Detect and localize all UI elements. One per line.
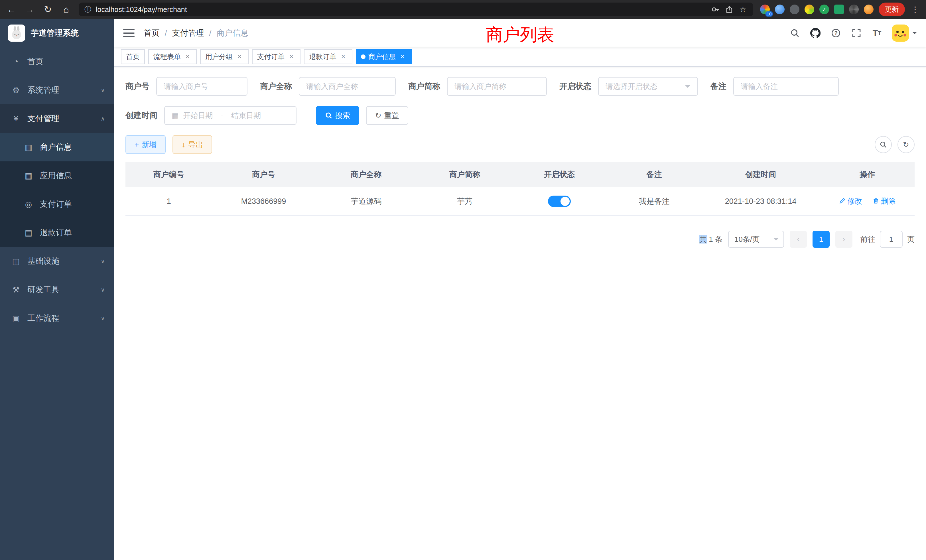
extensions-cluster: 10 ✓ 更新 ⋮ (760, 3, 920, 16)
tab-refund-order[interactable]: 退款订单 × (304, 49, 353, 64)
merchant-no-input[interactable] (156, 77, 247, 96)
close-icon[interactable]: × (339, 53, 347, 61)
forward-icon[interactable]: → (24, 5, 35, 14)
cell-remark: 我是备注 (607, 187, 701, 216)
breadcrumb-home[interactable]: 首页 (144, 28, 160, 38)
search-button[interactable]: 搜索 (316, 106, 359, 125)
tab-merchant-info[interactable]: 商户信息 × (356, 49, 412, 64)
table-header-row: 商户编号 商户号 商户全称 商户简称 开启状态 备注 创建时间 操作 (126, 162, 915, 187)
target-icon: ◎ (23, 200, 34, 209)
chevron-up-icon: ∧ (101, 115, 105, 122)
sidebar-item-pay-order[interactable]: ◎ 支付订单 (0, 190, 114, 218)
tab-pay-order[interactable]: 支付订单 × (252, 49, 301, 64)
close-icon[interactable]: × (184, 53, 192, 61)
filter-create-time: 创建时间 ▦ 开始日期 - 结束日期 (126, 106, 297, 125)
reset-button[interactable]: ↻ 重置 (366, 106, 408, 125)
sidebar-item-home[interactable]: ◔ 首页 (0, 47, 114, 76)
browser-menu-icon[interactable]: ⋮ (910, 5, 920, 14)
total-rest: 1 条 (707, 235, 722, 244)
refresh-table-button[interactable]: ↻ (897, 136, 915, 153)
home-icon[interactable]: ⌂ (61, 5, 72, 14)
date-range-picker[interactable]: ▦ 开始日期 - 结束日期 (164, 106, 297, 125)
extension-icon-drop[interactable] (775, 5, 785, 14)
sidebar-item-workflow[interactable]: ▣ 工作流程 ∨ (0, 304, 114, 333)
reload-icon[interactable]: ↻ (42, 5, 54, 14)
add-button[interactable]: + 新增 (126, 135, 166, 154)
browser-update-button[interactable]: 更新 (879, 3, 905, 16)
search-icon[interactable] (789, 27, 800, 39)
close-icon[interactable]: × (399, 53, 407, 61)
extension-icon-pinwheel[interactable] (849, 5, 859, 14)
extension-icon-color[interactable] (805, 5, 814, 14)
help-icon[interactable] (830, 27, 841, 39)
tab-user-group[interactable]: 用户分组 × (200, 49, 249, 64)
tab-flow-form[interactable]: 流程表单 × (148, 49, 197, 64)
bookmark-star-icon[interactable]: ☆ (738, 5, 747, 14)
page-size-select[interactable]: 10条/页 (728, 231, 784, 248)
profile-avatar-icon[interactable] (864, 5, 873, 14)
fullscreen-icon[interactable] (851, 27, 862, 39)
tab-home[interactable]: 首页 (121, 49, 145, 64)
short-name-field[interactable] (454, 82, 539, 91)
merchant-table: 商户编号 商户号 商户全称 商户简称 开启状态 备注 创建时间 操作 1 (126, 162, 915, 216)
password-key-icon[interactable] (711, 5, 720, 14)
sidebar-item-devtools[interactable]: ⚒ 研发工具 ∨ (0, 275, 114, 304)
close-icon[interactable]: × (287, 53, 295, 61)
sidebar-item-merchant-info[interactable]: ▥ 商户信息 (0, 133, 114, 161)
app-title: 芋道管理系统 (31, 28, 79, 38)
sidebar-item-app-info[interactable]: ▦ 应用信息 (0, 161, 114, 190)
page-number-1[interactable]: 1 (813, 231, 830, 248)
next-page-button[interactable]: › (835, 231, 852, 248)
sidebar-item-pay[interactable]: ¥ 支付管理 ∧ (0, 104, 114, 133)
button-label: 导出 (188, 140, 203, 150)
delete-link[interactable]: 删除 (872, 196, 896, 206)
filter-merchant-no: 商户号 (126, 77, 247, 96)
edit-link[interactable]: 修改 (839, 196, 862, 206)
tag-label: 用户分组 (205, 52, 233, 61)
site-info-icon[interactable]: ⓘ (85, 5, 91, 14)
address-bar[interactable]: ⓘ localhost:1024/pay/merchant ☆ (79, 3, 753, 16)
hamburger-icon[interactable] (123, 29, 135, 37)
close-icon[interactable]: × (236, 53, 244, 61)
select-placeholder: 请选择开启状态 (605, 82, 657, 92)
user-avatar[interactable] (892, 24, 917, 42)
font-size-icon[interactable] (871, 27, 883, 39)
card-icon: ▥ (23, 142, 34, 152)
sidebar-logo[interactable]: 芋道管理系统 (0, 19, 114, 47)
extension-icon-note[interactable] (834, 5, 844, 14)
full-name-field[interactable] (306, 82, 388, 91)
back-icon[interactable]: ← (6, 5, 17, 14)
extension-icon-dice[interactable]: 10 (760, 5, 770, 14)
toggle-search-button[interactable] (875, 136, 892, 153)
extension-icon-dark[interactable] (790, 5, 799, 14)
export-button[interactable]: ↓ 导出 (172, 135, 212, 154)
edit-label: 修改 (847, 196, 862, 206)
cell-merchant-no: M233666999 (212, 187, 315, 216)
sidebar-item-label: 系统管理 (27, 85, 95, 95)
sidebar-item-system[interactable]: ⚙ 系统管理 ∨ (0, 76, 114, 104)
field-label: 创建时间 (126, 110, 157, 121)
full-name-input[interactable] (299, 77, 396, 96)
sidebar-item-refund-order[interactable]: ▤ 退款订单 (0, 218, 114, 247)
tag-label: 支付订单 (257, 52, 284, 61)
short-name-input[interactable] (447, 77, 547, 96)
col-remark: 备注 (607, 162, 701, 187)
sidebar-item-label: 支付订单 (40, 199, 105, 210)
status-select[interactable]: 请选择开启状态 (598, 77, 698, 96)
status-toggle[interactable] (548, 195, 571, 207)
tag-label: 商户信息 (368, 52, 396, 61)
goto-page-input[interactable] (880, 231, 903, 248)
remark-input[interactable] (733, 77, 839, 96)
active-dot (361, 54, 366, 59)
breadcrumb-pay[interactable]: 支付管理 (172, 28, 204, 38)
remark-field[interactable] (741, 82, 831, 91)
share-icon[interactable] (725, 5, 734, 14)
workflow-icon: ▣ (10, 314, 22, 323)
sidebar-item-label: 工作流程 (27, 313, 95, 324)
sidebar-item-infra[interactable]: ◫ 基础设施 ∨ (0, 247, 114, 275)
prev-page-button[interactable]: ‹ (790, 231, 807, 248)
github-icon[interactable] (809, 27, 821, 39)
merchant-no-field[interactable] (163, 82, 240, 91)
cell-short-name: 芋艿 (418, 187, 512, 216)
extension-icon-check[interactable]: ✓ (819, 5, 829, 14)
